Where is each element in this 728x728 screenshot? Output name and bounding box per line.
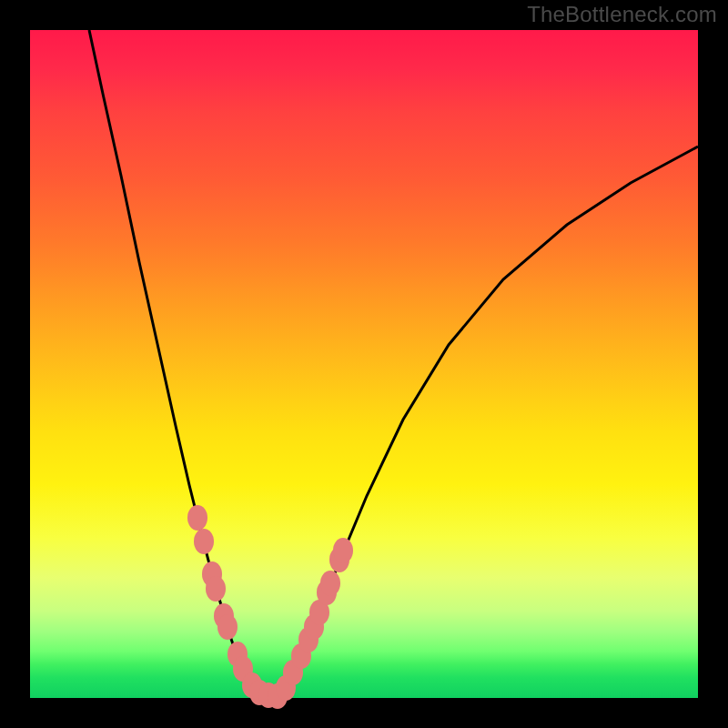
curve-svg [30, 30, 698, 698]
watermark-text: TheBottleneck.com [527, 2, 717, 27]
markers-left-group [187, 505, 288, 709]
plot-area [30, 30, 698, 698]
marker-dot [187, 505, 207, 531]
chart-frame: TheBottleneck.com [0, 0, 728, 728]
markers-right-group [276, 538, 353, 701]
bottleneck-curve-right [271, 147, 698, 696]
marker-dot [194, 529, 214, 554]
marker-dot [320, 571, 340, 596]
marker-dot [206, 576, 226, 602]
marker-dot [333, 538, 353, 563]
bottleneck-curve-left [89, 30, 271, 696]
marker-dot [217, 614, 238, 640]
